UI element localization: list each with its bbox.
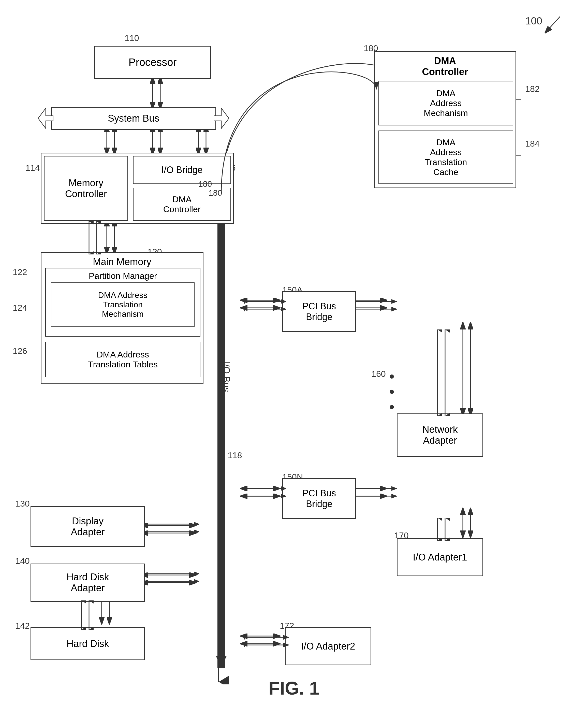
main-memory-outer-box: Main Memory Partition Manager DMA Addres… (41, 252, 204, 384)
sysbus-right-arrow (214, 107, 229, 130)
main-memory-label: Main Memory (41, 253, 203, 270)
io-bridge-box: I/O Bridge (133, 156, 231, 184)
processor-label: Processor (128, 56, 176, 69)
label-130: 130 (15, 499, 30, 509)
memory-controller-box: MemoryController (44, 156, 128, 221)
mc-mm-arrow (79, 221, 109, 254)
hard-disk-adapter-label: Hard DiskAdapter (67, 572, 109, 594)
label-124: 124 (13, 303, 27, 313)
network-adapter-arrow (430, 329, 455, 416)
io-adapter2-label: I/O Adapter2 (301, 641, 355, 652)
io-adapter2-arrow (244, 631, 289, 654)
dma-controller-small-label: DMAController (163, 194, 201, 214)
label-182: 182 (525, 84, 540, 94)
pci-bridge-a-label: PCI BusBridge (302, 301, 336, 322)
display-adapter-left-arrow (18, 514, 32, 539)
system-bus-label: System Bus (108, 113, 160, 124)
pci-bridge-a-box: PCI BusBridge (282, 291, 356, 332)
network-adapter-box: NetworkAdapter (397, 413, 483, 457)
label-126: 126 (13, 346, 27, 356)
display-adapter-io-arrow (144, 516, 199, 542)
ellipsis-dots: ••• (389, 369, 395, 415)
svg-marker-43 (38, 108, 54, 128)
display-adapter-label: DisplayAdapter (71, 516, 105, 538)
partition-manager-label: Partition Manager (46, 268, 200, 283)
svg-line-41 (547, 17, 560, 30)
hard-disk-adapter-box: Hard DiskAdapter (30, 563, 145, 602)
label-142: 142 (15, 621, 30, 631)
dma-address-mechanism-box: DMAAddressMechanism (378, 81, 513, 125)
label-110: 110 (125, 33, 139, 43)
io-adapter1-label: I/O Adapter1 (413, 552, 467, 563)
figure-ref-100: 100 (525, 15, 542, 27)
dma-atm-label: DMA AddressTranslationMechanism (98, 291, 148, 319)
io-bridge-label: I/O Bridge (161, 165, 203, 175)
dma-atm-box: DMA AddressTranslationMechanism (51, 282, 194, 327)
label-180-small: 180 (209, 188, 222, 198)
processor-box: Processor (94, 46, 211, 79)
io-adapter2-box: I/O Adapter2 (285, 627, 371, 665)
label-160: 160 (371, 369, 386, 379)
pci-bridge-n-box: PCI BusBridge (282, 478, 356, 519)
dma-address-mechanism-label: DMAAddressMechanism (424, 88, 468, 118)
dma-address-cache-box: DMAAddressTranslationCache (378, 130, 513, 184)
fig-label: FIG. 1 (269, 678, 319, 699)
ref-arrow-100 (542, 14, 563, 34)
sysbus-left-arrow (38, 107, 54, 130)
display-adapter-box: DisplayAdapter (30, 506, 145, 547)
pci-n-left-arrow (244, 481, 286, 506)
label-118: 118 (228, 450, 242, 460)
pci-bridge-n-label: PCI BusBridge (302, 488, 336, 509)
hard-disk-box: Hard Disk (30, 627, 145, 660)
dma-address-cache-label: DMAAddressTranslationCache (425, 137, 467, 177)
svg-marker-44 (214, 108, 229, 128)
pci-a-right-arrow (355, 294, 397, 319)
io-bus-bottom-arrow (209, 664, 229, 684)
hda-io-arrow (144, 567, 199, 593)
system-bus-box: System Bus (51, 107, 216, 130)
hard-disk-label: Hard Disk (67, 638, 109, 649)
diagram: 100 110 Processor 112 System Bus 114 116… (0, 0, 588, 719)
dma-att-box: DMA AddressTranslation Tables (45, 342, 201, 377)
label-114: 114 (25, 163, 40, 173)
label-184: 184 (525, 139, 540, 149)
io-bus-line (217, 223, 225, 668)
network-adapter-label: NetworkAdapter (422, 424, 458, 446)
io-adapter1-arrow (430, 518, 455, 541)
partition-manager-box: Partition Manager DMA AddressTranslation… (45, 268, 201, 336)
io-adapter1-box: I/O Adapter1 (397, 538, 483, 576)
label-180-curve: 180 (198, 179, 212, 189)
pci-a-left-arrow (244, 294, 286, 319)
memory-controller-label: MemoryController (65, 178, 107, 200)
label-140: 140 (15, 556, 30, 566)
pci-n-right-arrow (355, 481, 397, 506)
label-122: 122 (13, 267, 27, 277)
dma-controller-large-box: DMAController DMAAddressMechanism DMAAdd… (374, 51, 516, 188)
dma-att-label: DMA AddressTranslation Tables (88, 350, 158, 369)
hd-hda-arrow (71, 600, 102, 630)
dma-controller-large-title: DMAController (375, 52, 516, 79)
